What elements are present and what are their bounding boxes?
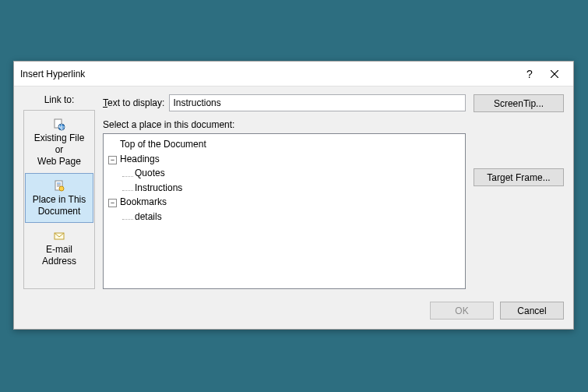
linkto-panel: Existing File or Web Page Place in Thi [23,110,95,289]
tree-item-heading-child[interactable]: Instructions [122,181,460,196]
right-column: ScreenTip... Target Frame... [474,94,564,289]
tree-item-bookmark-child[interactable]: details [122,210,460,224]
linkto-item-line2: Document [38,206,81,217]
mail-icon [53,230,65,242]
linkto-column: Link to: Existing File or Web Page [23,94,95,289]
insert-hyperlink-dialog: Insert Hyperlink ? Link to: [13,61,574,330]
linkto-label: Link to: [23,94,95,105]
linkto-item-line1: E-mail Address [42,244,76,267]
tree-item-bookmarks[interactable]: −Bookmarks details [108,195,460,224]
collapse-icon[interactable]: − [108,199,117,207]
tree-item-heading-child[interactable]: Quotes [122,166,460,181]
close-button[interactable] [542,65,567,83]
center-column: Text to display: Select a place in this … [103,94,466,289]
cancel-button[interactable]: Cancel [500,302,564,320]
dialog-footer: OK Cancel [14,302,573,329]
linkto-place-in-doc[interactable]: Place in This Document [25,173,93,223]
tree-item-top[interactable]: Top of the Document [108,137,460,152]
linkto-existing-file[interactable]: Existing File or Web Page [25,111,93,173]
linkto-item-line2: Web Page [37,156,81,167]
dialog-title: Insert Hyperlink [20,69,517,79]
collapse-icon[interactable]: − [108,156,117,164]
text-to-display-row: Text to display: [103,94,466,111]
text-to-display-label: Text to display: [103,97,164,108]
document-place-tree[interactable]: Top of the Document −Headings Quotes Ins… [103,133,466,289]
linkto-item-line1: Place in This [33,194,86,205]
help-icon: ? [526,68,533,80]
linkto-email-address[interactable]: E-mail Address [25,223,93,273]
help-button[interactable]: ? [517,65,542,83]
text-to-display-input[interactable] [169,94,466,111]
screentip-button[interactable]: ScreenTip... [474,94,564,112]
linkto-item-line1: Existing File or [34,132,85,155]
ok-button[interactable]: OK [430,302,494,320]
target-frame-button[interactable]: Target Frame... [474,168,564,186]
globe-file-icon [53,118,65,131]
doc-anchor-icon [53,180,65,192]
close-icon [551,70,558,78]
select-place-label: Select a place in this document: [103,119,466,130]
tree-item-headings[interactable]: −Headings Quotes Instructions [108,152,460,196]
svg-point-8 [59,186,64,191]
titlebar: Insert Hyperlink ? [14,62,573,87]
